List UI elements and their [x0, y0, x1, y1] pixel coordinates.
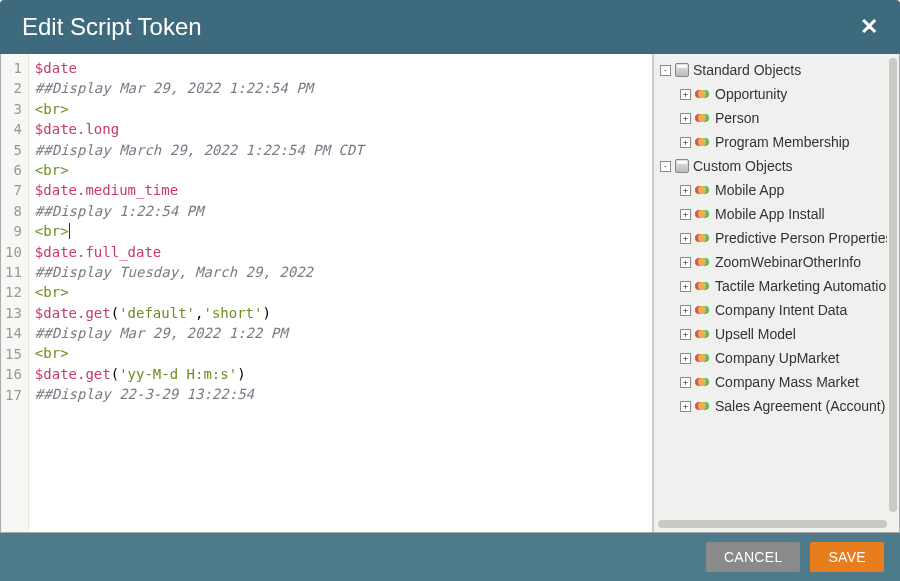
expand-icon[interactable]: + [680, 329, 691, 340]
line-number: 13 [5, 303, 22, 323]
code-line[interactable]: $date.get('default','short') [35, 303, 646, 323]
dialog-footer: CANCEL SAVE [0, 533, 900, 581]
code-line[interactable]: ##Display Mar 29, 2022 1:22:54 PM [35, 78, 646, 98]
save-button[interactable]: SAVE [810, 542, 884, 572]
expand-icon[interactable]: + [680, 185, 691, 196]
tree-item-label: ZoomWebinarOtherInfo [715, 254, 861, 270]
text-caret [69, 223, 70, 239]
object-icon [695, 328, 711, 340]
tree-item-label: Tactile Marketing Automation [715, 278, 887, 294]
line-number: 6 [5, 160, 22, 180]
code-editor[interactable]: 1234567891011121314151617 $date##Display… [1, 54, 653, 532]
line-number: 5 [5, 140, 22, 160]
tree-item[interactable]: +Mobile App [658, 178, 887, 202]
code-line[interactable]: <br> [35, 343, 646, 363]
code-line[interactable]: $date.long [35, 119, 646, 139]
expand-icon[interactable]: + [680, 401, 691, 412]
code-line[interactable]: ##Display March 29, 2022 1:22:54 PM CDT [35, 140, 646, 160]
tree-item[interactable]: +Sales Agreement (Account) [658, 394, 887, 418]
code-line[interactable]: <br> [35, 221, 646, 241]
tree-horizontal-scrollbar[interactable] [658, 520, 887, 528]
line-number: 11 [5, 262, 22, 282]
expand-icon[interactable]: + [680, 89, 691, 100]
tree-item[interactable]: +Company Intent Data [658, 298, 887, 322]
tree-item[interactable]: +Predictive Person Properties [658, 226, 887, 250]
expand-icon[interactable]: + [680, 281, 691, 292]
code-line[interactable]: $date [35, 58, 646, 78]
expand-icon[interactable]: + [680, 137, 691, 148]
collapse-icon[interactable]: - [660, 65, 671, 76]
tree-vertical-scrollbar[interactable] [889, 58, 897, 512]
object-icon [695, 304, 711, 316]
line-number: 10 [5, 242, 22, 262]
code-line[interactable]: <br> [35, 282, 646, 302]
tree-item[interactable]: +Upsell Model [658, 322, 887, 346]
dialog-titlebar: Edit Script Token ✕ [0, 0, 900, 54]
code-line[interactable]: <br> [35, 99, 646, 119]
line-number: 16 [5, 364, 22, 384]
dialog-title: Edit Script Token [22, 13, 202, 41]
tree-item[interactable]: +ZoomWebinarOtherInfo [658, 250, 887, 274]
dialog-body: 1234567891011121314151617 $date##Display… [0, 54, 900, 533]
tree-item-label: Opportunity [715, 86, 787, 102]
collapse-icon[interactable]: - [660, 161, 671, 172]
line-number: 1 [5, 58, 22, 78]
object-icon [695, 280, 711, 292]
expand-icon[interactable]: + [680, 257, 691, 268]
line-number: 9 [5, 221, 22, 241]
close-icon[interactable]: ✕ [860, 14, 878, 40]
code-line[interactable]: $date.medium_time [35, 180, 646, 200]
database-icon [675, 63, 689, 77]
tree-item-label: Sales Agreement (Account) [715, 398, 885, 414]
edit-script-token-dialog: Edit Script Token ✕ 12345678910111213141… [0, 0, 900, 581]
object-tree-pane: -Standard Objects+Opportunity+Person+Pro… [653, 54, 899, 532]
tree-item-label: Mobile App Install [715, 206, 825, 222]
code-line[interactable]: ##Display 22-3-29 13:22:54 [35, 384, 646, 404]
code-line[interactable]: ##Display Mar 29, 2022 1:22 PM [35, 323, 646, 343]
object-icon [695, 376, 711, 388]
tree-item-label: Company Mass Market [715, 374, 859, 390]
line-number: 2 [5, 78, 22, 98]
tree-group[interactable]: -Standard Objects [658, 58, 887, 82]
object-icon [695, 112, 711, 124]
object-icon [695, 208, 711, 220]
expand-icon[interactable]: + [680, 305, 691, 316]
object-icon [695, 136, 711, 148]
tree-group-label: Standard Objects [693, 62, 801, 78]
expand-icon[interactable]: + [680, 209, 691, 220]
expand-icon[interactable]: + [680, 377, 691, 388]
object-tree[interactable]: -Standard Objects+Opportunity+Person+Pro… [658, 58, 887, 528]
tree-item-label: Mobile App [715, 182, 784, 198]
code-line[interactable]: ##Display 1:22:54 PM [35, 201, 646, 221]
code-line[interactable]: $date.full_date [35, 242, 646, 262]
database-icon [675, 159, 689, 173]
cancel-button[interactable]: CANCEL [706, 542, 801, 572]
tree-item-label: Person [715, 110, 759, 126]
tree-group-label: Custom Objects [693, 158, 793, 174]
line-number: 4 [5, 119, 22, 139]
object-icon [695, 352, 711, 364]
tree-item[interactable]: +Company UpMarket [658, 346, 887, 370]
tree-item-label: Company UpMarket [715, 350, 840, 366]
line-number: 17 [5, 385, 22, 405]
tree-item-label: Predictive Person Properties [715, 230, 887, 246]
line-number: 15 [5, 344, 22, 364]
code-content[interactable]: $date##Display Mar 29, 2022 1:22:54 PM<b… [29, 54, 652, 532]
code-line[interactable]: <br> [35, 160, 646, 180]
expand-icon[interactable]: + [680, 233, 691, 244]
tree-group[interactable]: -Custom Objects [658, 154, 887, 178]
tree-item[interactable]: +Tactile Marketing Automation [658, 274, 887, 298]
tree-item[interactable]: +Person [658, 106, 887, 130]
tree-item[interactable]: +Company Mass Market [658, 370, 887, 394]
line-number: 12 [5, 282, 22, 302]
expand-icon[interactable]: + [680, 353, 691, 364]
expand-icon[interactable]: + [680, 113, 691, 124]
tree-item[interactable]: +Program Membership [658, 130, 887, 154]
tree-item[interactable]: +Opportunity [658, 82, 887, 106]
object-icon [695, 184, 711, 196]
object-icon [695, 232, 711, 244]
code-line[interactable]: $date.get('yy-M-d H:m:s') [35, 364, 646, 384]
line-number: 3 [5, 99, 22, 119]
tree-item[interactable]: +Mobile App Install [658, 202, 887, 226]
code-line[interactable]: ##Display Tuesday, March 29, 2022 [35, 262, 646, 282]
